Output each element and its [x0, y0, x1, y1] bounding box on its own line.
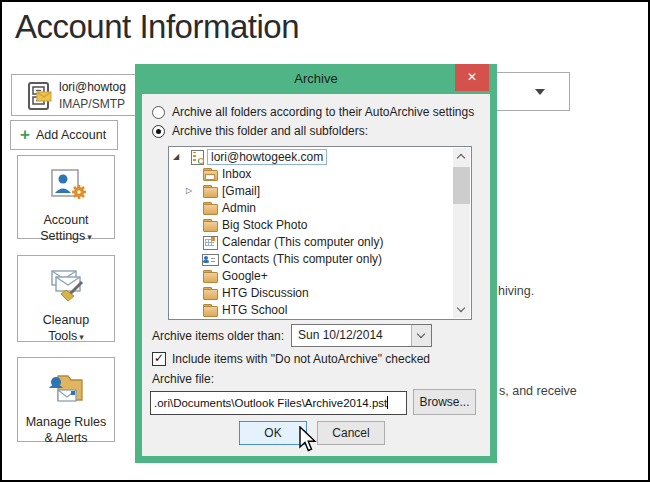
tree-item-label: Inbox: [222, 167, 251, 181]
close-icon: ✕: [467, 70, 477, 84]
archive-file-input[interactable]: .ori\Documents\Outlook Files\Archive2014…: [150, 391, 407, 415]
tree-item[interactable]: HTG School: [169, 301, 453, 318]
dialog-content: Archive all folders according to their A…: [142, 94, 490, 456]
radio-selected-icon[interactable]: [152, 125, 165, 138]
tree-item-label: lori@howtogeek.com: [207, 149, 327, 165]
tree-item-label: Contacts (This computer only): [222, 252, 382, 266]
tree-item[interactable]: Contacts (This computer only): [169, 250, 453, 267]
background-text-fragment: hiving.: [498, 284, 534, 298]
account-type: IMAP/SMTP: [59, 96, 126, 113]
folder-icon: [202, 286, 218, 300]
checkbox-checked-icon[interactable]: ✓: [152, 352, 166, 366]
background-text-fragment: s, and receive: [499, 384, 577, 398]
tree-item[interactable]: [169, 318, 453, 319]
add-account-label: Add Account: [36, 128, 106, 142]
outlook-backstage-screen: Account Information lori@howtog IMAP/SMT…: [0, 0, 650, 482]
tree-item[interactable]: ▷[Gmail]: [169, 182, 453, 199]
account-settings-label-line1: Account: [43, 212, 88, 228]
dropdown-caret-icon: ▾: [87, 232, 92, 242]
radio-archive-this-folder[interactable]: Archive this folder and all subfolders:: [152, 123, 368, 139]
folder-icon: [202, 218, 218, 232]
folder-icon: [202, 201, 218, 215]
scrollbar-thumb[interactable]: [453, 167, 470, 204]
archive-file-label: Archive file:: [152, 372, 214, 386]
folder-tree: ◢lori@howtogeek.comInbox▷[Gmail]AdminBig…: [168, 146, 472, 320]
page-title: Account Information: [15, 8, 299, 46]
browse-button[interactable]: Browse...: [413, 389, 476, 415]
checkbox-label: Include items with "Do not AutoArchive" …: [172, 352, 430, 366]
tree-item-label: HTG School: [222, 303, 287, 317]
include-noautoarchive-checkbox-row[interactable]: ✓ Include items with "Do not AutoArchive…: [152, 351, 430, 367]
scroll-up-icon[interactable]: [453, 148, 470, 165]
calendar-icon: [202, 235, 218, 249]
manage-rules-icon: [44, 370, 88, 408]
tree-scrollbar[interactable]: [453, 148, 470, 318]
archive-file-value: .ori\Documents\Outlook Files\Archive2014…: [154, 397, 387, 409]
account-settings-button[interactable]: Account Settings▾: [17, 155, 115, 239]
tree-item[interactable]: Calendar (This computer only): [169, 233, 453, 250]
account-name: lori@howtog: [59, 78, 126, 96]
manage-rules-label-line2: & Alerts: [44, 430, 87, 446]
tree-item[interactable]: Admin: [169, 199, 453, 216]
archive-dialog: Archive ✕ Archive all folders according …: [135, 64, 497, 463]
account-icon: [189, 150, 205, 164]
chevron-down-icon: [535, 89, 545, 100]
chevron-down-icon: [417, 330, 425, 338]
mailbox-cabinet-icon: [25, 82, 55, 112]
manage-rules-button[interactable]: Manage Rules & Alerts: [17, 357, 115, 442]
tree-item-label: Google+: [222, 269, 268, 283]
dialog-title: Archive: [135, 64, 497, 94]
tree-collapsed-icon[interactable]: ▷: [186, 182, 200, 199]
older-than-date-value: Sun 10/12/2014: [298, 328, 383, 342]
tree-item-label: Admin: [222, 201, 256, 215]
tree-expanded-icon[interactable]: ◢: [173, 148, 187, 165]
radio-archive-all-folders[interactable]: Archive all folders according to their A…: [152, 104, 474, 120]
tree-item-label: Big Stock Photo: [222, 218, 307, 232]
cleanup-tools-label-line2: Tools: [48, 329, 77, 343]
dropdown-caret-icon: ▾: [79, 332, 84, 342]
inbox-icon: [202, 167, 218, 181]
add-account-button[interactable]: + Add Account: [10, 120, 118, 150]
radio-label: Archive this folder and all subfolders:: [172, 124, 368, 138]
date-dropdown-button[interactable]: [411, 325, 431, 346]
contacts-icon: [202, 252, 218, 266]
ok-button[interactable]: OK: [239, 421, 307, 445]
plus-icon: +: [20, 126, 30, 143]
tree-item[interactable]: HTG Discussion: [169, 284, 453, 301]
cleanup-tools-icon: [44, 268, 88, 306]
tree-item[interactable]: Inbox: [169, 165, 453, 182]
tree-item-label: HTG Discussion: [222, 286, 309, 300]
cleanup-tools-label-line1: Cleanup: [43, 312, 90, 328]
account-settings-label-line2: Settings: [40, 229, 85, 243]
tree-item[interactable]: ◢lori@howtogeek.com: [169, 148, 453, 165]
tree-item[interactable]: Google+: [169, 267, 453, 284]
tree-item-label: Calendar (This computer only): [222, 235, 383, 249]
manage-rules-label-line1: Manage Rules: [26, 414, 107, 430]
folder-icon: [202, 184, 218, 198]
text-caret: [387, 396, 388, 409]
account-settings-icon: [46, 168, 86, 206]
cleanup-tools-button[interactable]: Cleanup Tools▾: [17, 255, 115, 342]
older-than-date-picker[interactable]: Sun 10/12/2014: [291, 324, 432, 347]
mouse-cursor: [298, 426, 318, 454]
scroll-down-icon[interactable]: [453, 301, 470, 318]
tree-item-label: [Gmail]: [222, 184, 260, 198]
cancel-button[interactable]: Cancel: [317, 421, 385, 445]
radio-icon[interactable]: [152, 106, 165, 119]
folder-icon: [202, 303, 218, 317]
older-than-label: Archive items older than:: [152, 329, 284, 343]
account-selector[interactable]: lori@howtog IMAP/SMTP: [11, 74, 151, 116]
folder-icon: [202, 269, 218, 283]
close-button[interactable]: ✕: [455, 64, 489, 91]
tree-item[interactable]: Big Stock Photo: [169, 216, 453, 233]
radio-label: Archive all folders according to their A…: [172, 105, 474, 119]
